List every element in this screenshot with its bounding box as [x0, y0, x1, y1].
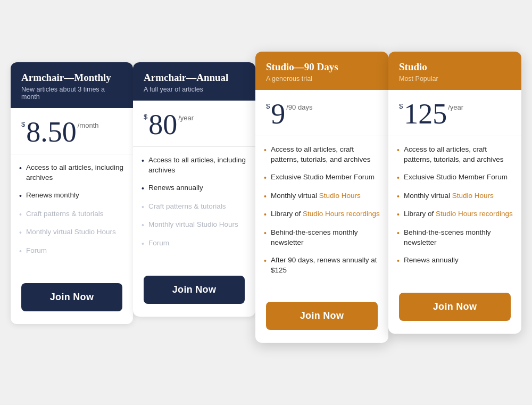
feature-item: •Library of Studio Hours recordings	[397, 209, 513, 220]
feature-item: •Behind-the-scenes monthly newsletter	[397, 228, 513, 248]
feature-item: •Exclusive Studio Member Forum	[397, 172, 513, 184]
feature-item: •Exclusive Studio Member Forum	[264, 172, 380, 184]
price-dollar-sign: $	[266, 103, 270, 110]
plan-title: Studio	[399, 61, 511, 73]
feature-bullet-icon: •	[264, 256, 267, 267]
plan-action: Join Now	[133, 267, 255, 317]
feature-text: Forum	[26, 246, 47, 256]
feature-text: Monthly virtual Studio Hours	[404, 191, 494, 201]
feature-item: •Access to all articles, craft patterns,…	[397, 145, 513, 165]
plan-subtitle: Most Popular	[399, 75, 511, 82]
feature-text: Renews annually	[404, 255, 459, 266]
feature-text: Exclusive Studio Member Forum	[271, 172, 375, 183]
feature-item: •After 90 days, renews annually at $125	[264, 255, 380, 276]
plan-price-section: $125/year	[388, 90, 521, 136]
feature-bullet-icon: •	[397, 192, 400, 202]
feature-bullet-icon: •	[264, 210, 267, 220]
feature-bullet-icon: •	[142, 184, 144, 194]
price-amount: 9	[271, 100, 285, 128]
plan-features: •Access to all articles, craft patterns,…	[388, 136, 521, 284]
feature-text: Library of Studio Hours recordings	[271, 209, 380, 219]
plan-subtitle: A full year of articles	[144, 86, 245, 93]
plan-price: $9/90 days	[266, 100, 378, 128]
feature-item: •Craft patterns & tutorials	[142, 202, 247, 213]
feature-bullet-icon: •	[264, 228, 267, 239]
feature-bullet-icon: •	[142, 202, 144, 213]
feature-text: Behind-the-scenes monthly newsletter	[271, 228, 380, 248]
feature-text: Monthly virtual Studio Hours	[148, 220, 238, 230]
plan-title: Studio—90 Days	[266, 61, 378, 73]
feature-text: Craft patterns & tutorials	[26, 209, 104, 219]
join-now-button-studio-90-days[interactable]: Join Now	[266, 302, 378, 330]
plan-action: Join Now	[388, 284, 521, 334]
feature-bullet-icon: •	[19, 246, 22, 257]
feature-item: •Monthly virtual Studio Hours	[264, 191, 380, 202]
plan-features: •Access to all articles, craft patterns,…	[255, 136, 388, 293]
plan-price: $125/year	[399, 100, 511, 128]
join-now-button-studio[interactable]: Join Now	[399, 293, 511, 321]
feature-text: Library of Studio Hours recordings	[404, 209, 513, 219]
plan-price-section: $80/year	[133, 101, 255, 147]
feature-text: Access to all articles, including archiv…	[26, 163, 124, 183]
feature-highlight: Studio Hours	[319, 192, 361, 200]
feature-item: •Access to all articles, including archi…	[142, 155, 247, 176]
price-amount: 8.50	[26, 118, 77, 146]
join-now-button-armchair-monthly[interactable]: Join Now	[21, 283, 122, 311]
plan-card-armchair-annual: Armchair—AnnualA full year of articles$8…	[133, 62, 255, 317]
feature-bullet-icon: •	[397, 256, 400, 267]
plan-subtitle: A generous trial	[266, 75, 378, 82]
price-dollar-sign: $	[144, 113, 147, 120]
feature-item: •Monthly virtual Studio Hours	[397, 191, 513, 202]
plan-features: •Access to all articles, including archi…	[133, 147, 255, 267]
feature-item: •Renews monthly	[19, 191, 124, 202]
price-period: /year	[178, 114, 194, 121]
feature-item: •Renews annually	[142, 183, 247, 194]
price-period: /90 days	[286, 104, 312, 111]
feature-bullet-icon: •	[142, 239, 144, 250]
plan-title: Armchair—Annual	[144, 72, 245, 84]
feature-text: After 90 days, renews annually at $125	[271, 255, 380, 276]
plan-action: Join Now	[255, 293, 388, 343]
plan-card-studio: StudioMost Popular$125/year•Access to al…	[388, 52, 521, 334]
feature-item: •Monthly virtual Studio Hours	[142, 220, 247, 231]
price-period: /month	[78, 122, 99, 129]
plan-price: $80/year	[144, 110, 245, 139]
join-now-button-armchair-annual[interactable]: Join Now	[144, 276, 245, 304]
feature-text: Behind-the-scenes monthly newsletter	[404, 228, 513, 248]
plan-header-studio: StudioMost Popular	[388, 52, 521, 90]
feature-text: Renews annually	[148, 183, 203, 193]
feature-bullet-icon: •	[264, 145, 267, 156]
feature-text: Exclusive Studio Member Forum	[404, 172, 508, 183]
plan-header-studio-90-days: Studio—90 DaysA generous trial	[255, 52, 388, 90]
plan-features: •Access to all articles, including archi…	[11, 154, 133, 275]
feature-text: Craft patterns & tutorials	[148, 202, 226, 212]
feature-bullet-icon: •	[19, 210, 22, 220]
feature-highlight: Studio Hours	[452, 192, 494, 200]
price-dollar-sign: $	[399, 103, 403, 110]
plan-card-studio-90-days: Studio—90 DaysA generous trial$9/90 days…	[255, 52, 388, 343]
feature-bullet-icon: •	[19, 163, 22, 174]
plan-price-section: $9/90 days	[255, 90, 388, 136]
feature-bullet-icon: •	[19, 191, 22, 202]
feature-text: Renews monthly	[26, 191, 79, 201]
feature-item: •Forum	[142, 238, 247, 250]
feature-text: Monthly virtual Studio Hours	[271, 191, 361, 201]
feature-item: •Behind-the-scenes monthly newsletter	[264, 228, 380, 248]
feature-bullet-icon: •	[264, 192, 267, 202]
feature-bullet-icon: •	[264, 173, 267, 184]
pricing-container: Armchair—MonthlyNew articles about 3 tim…	[0, 46, 532, 359]
plan-header-armchair-monthly: Armchair—MonthlyNew articles about 3 tim…	[11, 62, 133, 109]
feature-item: •Craft patterns & tutorials	[19, 209, 124, 220]
plan-title: Armchair—Monthly	[21, 72, 122, 84]
feature-item: •Library of Studio Hours recordings	[264, 209, 380, 220]
feature-highlight: Studio Hours recordings	[303, 210, 380, 218]
plan-price-section: $8.50/month	[11, 108, 133, 154]
feature-bullet-icon: •	[397, 173, 400, 184]
feature-text: Access to all articles, craft patterns, …	[404, 145, 513, 165]
plan-header-armchair-annual: Armchair—AnnualA full year of articles	[133, 62, 255, 101]
price-amount: 80	[148, 110, 177, 139]
feature-item: •Renews annually	[397, 255, 513, 267]
feature-text: Monthly virtual Studio Hours	[26, 227, 116, 237]
feature-bullet-icon: •	[397, 145, 400, 156]
price-dollar-sign: $	[21, 121, 25, 128]
